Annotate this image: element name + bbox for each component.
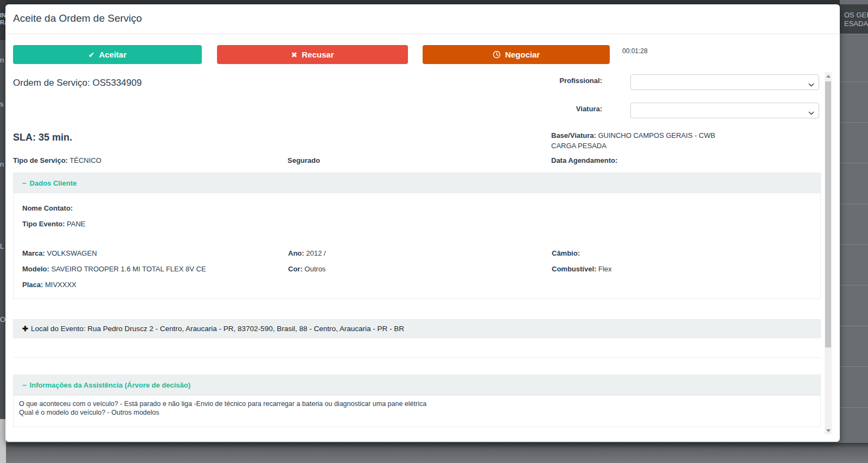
background-row-divider — [840, 122, 868, 123]
negotiate-button[interactable]: Negociar — [423, 45, 610, 64]
event-location-text: Local do Evento: Rua Pedro Druscz 2 - Ce… — [31, 325, 404, 333]
client-data-section-header[interactable]: − Dados Cliente — [13, 173, 821, 193]
client-data-section-title: Dados Cliente — [30, 179, 77, 187]
header-divider — [5, 34, 840, 34]
modal-title: Aceite da Ordem de Serviço — [13, 12, 142, 24]
contact-name-info: Nome Contato: — [22, 204, 73, 214]
plate-info: Placa: MIVXXXX — [22, 280, 76, 290]
background-header-text: ESADA T — [844, 20, 868, 28]
service-order-modal: Aceite da Ordem de Serviço ✔ Aceitar ✖ R… — [5, 4, 840, 442]
background-row-divider — [840, 366, 868, 367]
collapse-minus-icon: − — [22, 179, 27, 187]
fuel-info: Combustível: Flex — [552, 264, 612, 275]
background-table — [840, 0, 868, 463]
clock-icon — [493, 50, 501, 59]
accept-button[interactable]: ✔ Aceitar — [13, 45, 202, 64]
schedule-info: Data Agendamento: — [551, 156, 617, 166]
expand-plus-icon: ✚ — [22, 325, 28, 333]
section-divider — [13, 357, 821, 358]
insured-label: Segurado — [288, 156, 320, 166]
background-row-divider — [840, 81, 868, 82]
decision-tree-line: O que aconteceu com o veículo? - Está pa… — [19, 400, 815, 409]
gearbox-info: Câmbio: — [552, 249, 580, 259]
negotiate-button-label: Negociar — [505, 50, 540, 59]
refuse-button[interactable]: ✖ Recusar — [217, 45, 408, 64]
event-type-info: Tipo Evento: PANE — [22, 219, 86, 230]
modal-scrollbar[interactable] — [825, 72, 832, 434]
background-header-text: OS GER — [844, 11, 868, 19]
background-row-divider — [840, 204, 868, 204]
base-vehicle-label: Base/Viatura: — [551, 131, 596, 139]
scroll-down-arrow[interactable] — [825, 427, 832, 434]
service-type-info: Tipo de Serviço: TÉCNICO — [13, 156, 101, 166]
accept-button-label: Aceitar — [99, 50, 126, 59]
professional-label: Profissional: — [467, 77, 602, 85]
professional-select[interactable] — [630, 74, 819, 90]
check-icon: ✔ — [88, 50, 95, 59]
triangle-down-icon — [826, 429, 831, 432]
sla-text: SLA: 35 min. — [13, 132, 72, 143]
page: OS GERESADA T INRA n s n L O Aceite da O… — [0, 0, 868, 463]
decision-tree-line: Qual é o modelo do veículo? - Outros mod… — [19, 409, 815, 417]
background-table-header: OS GERESADA T — [840, 4, 868, 34]
background-bottom-band — [6, 443, 868, 463]
year-info: Ano: 2012 / — [288, 249, 326, 259]
background-row-divider — [840, 326, 868, 326]
refuse-button-label: Recusar — [302, 50, 334, 59]
assistance-section-body: O que aconteceu com o veículo? - Está pa… — [13, 395, 821, 427]
model-info: Modelo: SAVEIRO TROOPER 1.6 MI TOTAL FLE… — [22, 264, 206, 275]
chevron-down-icon — [808, 80, 814, 84]
triangle-up-icon — [826, 75, 831, 78]
order-number: Ordem de Serviço: OS5334909 — [13, 78, 142, 88]
x-icon: ✖ — [291, 50, 298, 59]
countdown-timer: 00:01:28 — [622, 47, 648, 55]
assistance-section-title: Informações da Assistência (Árvore de de… — [30, 381, 190, 389]
background-row-divider — [840, 407, 868, 408]
vehicle-label: Viatura: — [467, 105, 602, 113]
scrollbar-thumb[interactable] — [825, 81, 831, 347]
chevron-down-icon — [808, 109, 814, 112]
collapse-minus-icon: − — [22, 381, 27, 389]
base-vehicle-info: Base/Viatura: GUINCHO CAMPOS GERAIS - CW… — [551, 131, 730, 151]
background-row-divider — [840, 244, 868, 245]
client-data-section-body: Nome Contato: Tipo Evento: PANE Marca: V… — [13, 193, 821, 299]
brand-info: Marca: VOLKSWAGEN — [22, 249, 97, 259]
vehicle-select[interactable] — [630, 103, 819, 118]
assistance-section-header[interactable]: − Informações da Assistência (Árvore de … — [13, 375, 821, 395]
scroll-up-arrow[interactable] — [825, 72, 832, 80]
event-location-bar[interactable]: ✚ Local do Evento: Rua Pedro Druscz 2 - … — [13, 319, 821, 338]
color-info: Cor: Outros — [288, 264, 326, 275]
background-row-divider — [840, 285, 868, 286]
background-row-divider — [840, 34, 868, 34]
background-row-divider — [840, 163, 868, 163]
